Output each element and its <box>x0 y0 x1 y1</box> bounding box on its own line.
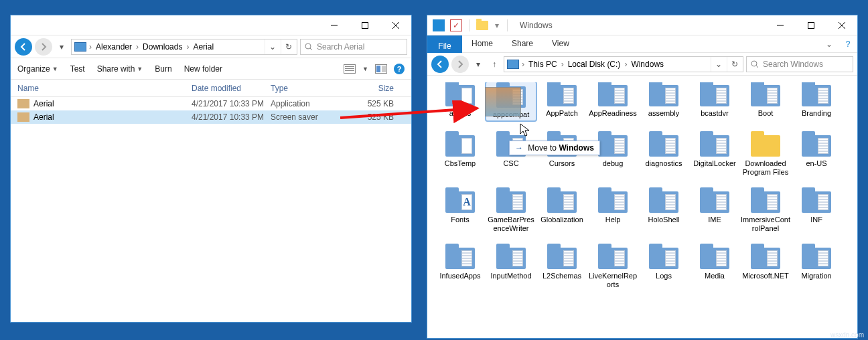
folder-label: InfusedApps <box>439 272 480 280</box>
minimize-button[interactable] <box>319 15 350 35</box>
qat-app-icon[interactable] <box>431 18 446 33</box>
folder-label: Cursors <box>549 159 575 168</box>
folder-item[interactable]: Branding <box>792 82 841 120</box>
search-input[interactable]: Search Windows <box>746 56 853 72</box>
ribbon-collapse-button[interactable]: ⌄ <box>820 35 839 52</box>
back-button[interactable] <box>431 56 449 73</box>
view-options-dropdown[interactable]: ▼ <box>362 66 368 72</box>
forward-button[interactable] <box>451 56 469 73</box>
file-type: Screen saver <box>271 112 352 122</box>
new-folder-button[interactable]: New folder <box>184 64 222 74</box>
folder-item[interactable]: Migration <box>792 245 841 289</box>
folder-item[interactable]: LiveKernelReports <box>588 245 638 289</box>
folder-item[interactable]: INF <box>792 189 841 233</box>
titlebar[interactable]: ✓ ▾ Windows <box>427 15 857 35</box>
folder-icon <box>700 82 729 106</box>
col-date[interactable]: Date modified <box>192 80 271 96</box>
folder-item[interactable]: CbsTemp <box>435 133 485 177</box>
folder-label: Branding <box>802 109 831 118</box>
address-dropdown[interactable]: ⌄ <box>711 57 725 72</box>
up-button[interactable]: ↑ <box>488 60 501 69</box>
folder-icon <box>598 82 628 106</box>
col-size[interactable]: Size <box>352 80 399 96</box>
folder-item[interactable]: en-US <box>792 133 841 177</box>
folder-item[interactable]: AppPatch <box>537 82 587 120</box>
qat-folder-icon[interactable] <box>475 18 490 33</box>
folder-item[interactable]: Boot <box>741 82 790 120</box>
folder-icon <box>649 82 678 106</box>
tab-view[interactable]: View <box>542 35 579 52</box>
folder-icon <box>547 82 577 106</box>
breadcrumb-alexander[interactable]: Alexander <box>93 42 135 52</box>
address-bar[interactable]: › Alexander › Downloads › Aerial ⌄ ↻ <box>71 39 297 55</box>
folder-item[interactable]: Microsoft.NET <box>741 245 790 289</box>
col-name[interactable]: Name <box>17 80 192 96</box>
recent-locations-dropdown[interactable]: ▾ <box>472 60 485 69</box>
close-button[interactable] <box>380 15 411 35</box>
file-date: 4/21/2017 10:33 PM <box>192 99 271 108</box>
tab-file[interactable]: File <box>427 35 462 53</box>
back-button[interactable] <box>15 38 32 56</box>
refresh-button[interactable]: ↻ <box>727 57 741 72</box>
organize-menu[interactable]: Organize▼ <box>17 64 58 74</box>
folder-icon <box>445 189 475 213</box>
folder-item[interactable]: ImmersiveControlPanel <box>741 189 790 233</box>
folder-item[interactable]: bcastdvr <box>690 82 739 120</box>
folder-item[interactable]: GameBarPresenceWriter <box>486 189 536 233</box>
folder-item[interactable]: diagnostics <box>639 133 689 177</box>
tab-home[interactable]: Home <box>462 35 502 52</box>
test-button[interactable]: Test <box>70 64 85 74</box>
breadcrumb-windows[interactable]: Windows <box>628 60 666 69</box>
col-type[interactable]: Type <box>271 80 352 96</box>
folder-item[interactable]: InputMethod <box>486 245 536 289</box>
folder-item[interactable]: Fonts <box>435 189 485 233</box>
folder-item[interactable]: AppReadiness <box>588 82 638 120</box>
file-row[interactable]: Aerial4/21/2017 10:33 PMApplication525 K… <box>11 97 411 110</box>
close-button[interactable] <box>826 15 857 35</box>
folder-item[interactable]: DigitalLocker <box>690 133 739 177</box>
file-list[interactable]: Aerial4/21/2017 10:33 PMApplication525 K… <box>11 97 411 124</box>
drag-tip-prefix: Move to <box>528 143 559 153</box>
nav-bar: ▾ › Alexander › Downloads › Aerial ⌄ ↻ S… <box>11 35 411 58</box>
view-options-button[interactable] <box>344 64 356 74</box>
qat-customize-dropdown[interactable]: ▾ <box>492 18 502 33</box>
search-input[interactable]: Search Aerial <box>300 39 407 55</box>
address-dropdown[interactable]: ⌄ <box>265 39 279 54</box>
move-arrow-icon: → <box>515 143 523 153</box>
folder-item[interactable]: Globalization <box>537 189 587 233</box>
qat-properties-icon[interactable]: ✓ <box>449 18 463 33</box>
recent-locations-dropdown[interactable]: ▾ <box>55 42 68 52</box>
folder-item[interactable]: Media <box>690 245 739 289</box>
breadcrumb-local-disk[interactable]: Local Disk (C:) <box>565 60 624 69</box>
share-with-menu[interactable]: Share with▼ <box>97 64 143 74</box>
folder-item[interactable]: InfusedApps <box>435 245 485 289</box>
folder-icon-grid[interactable]: addinsappcompatAppPatchAppReadinessassem… <box>427 76 857 338</box>
folder-item[interactable]: Help <box>588 189 638 233</box>
folder-item[interactable]: Logs <box>639 245 689 289</box>
maximize-button[interactable] <box>350 15 380 35</box>
folder-item[interactable]: IME <box>690 189 739 233</box>
preview-pane-button[interactable] <box>375 64 387 74</box>
file-row[interactable]: Aerial4/21/2017 10:33 PMScreen saver525 … <box>11 110 411 124</box>
breadcrumb-aerial[interactable]: Aerial <box>190 42 216 52</box>
folder-item[interactable]: assembly <box>639 82 689 120</box>
breadcrumb-this-pc[interactable]: This PC <box>526 60 560 69</box>
folder-icon <box>496 245 526 269</box>
titlebar[interactable] <box>11 15 411 35</box>
tab-share[interactable]: Share <box>502 35 542 52</box>
column-headers[interactable]: Name Date modified Type Size <box>11 80 411 97</box>
help-button[interactable]: ? <box>394 64 405 74</box>
maximize-button[interactable] <box>796 15 826 35</box>
minimize-button[interactable] <box>765 15 796 35</box>
folder-item[interactable]: appcompat <box>486 82 536 120</box>
folder-item[interactable]: HoloShell <box>639 189 689 233</box>
folder-item[interactable]: addins <box>435 82 485 120</box>
refresh-button[interactable]: ↻ <box>281 39 295 54</box>
folder-item[interactable]: L2Schemas <box>537 245 587 289</box>
burn-button[interactable]: Burn <box>155 64 171 74</box>
breadcrumb-downloads[interactable]: Downloads <box>140 42 185 52</box>
ribbon-help-button[interactable]: ? <box>839 35 857 52</box>
address-bar[interactable]: › This PC › Local Disk (C:) › Windows ⌄ … <box>504 56 743 72</box>
folder-item[interactable]: Downloaded Program Files <box>741 133 790 177</box>
forward-button[interactable] <box>35 38 52 56</box>
